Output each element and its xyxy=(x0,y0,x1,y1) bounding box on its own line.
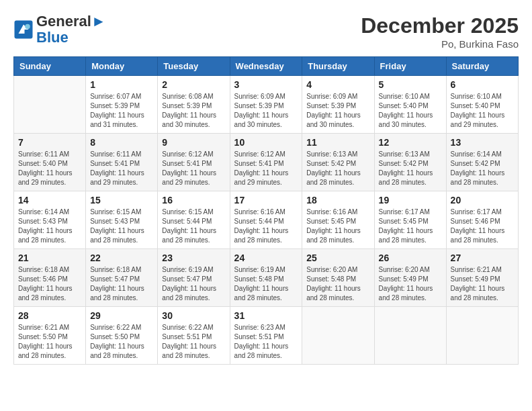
day-number: 17 xyxy=(234,195,298,205)
calendar-week-row: 28Sunrise: 6:21 AMSunset: 5:50 PMDayligh… xyxy=(14,307,519,365)
calendar-cell: 23Sunrise: 6:19 AMSunset: 5:47 PMDayligh… xyxy=(158,249,230,307)
calendar-week-row: 1Sunrise: 6:07 AMSunset: 5:39 PMDaylight… xyxy=(14,76,519,134)
day-number: 26 xyxy=(379,253,442,263)
calendar-cell: 27Sunrise: 6:21 AMSunset: 5:49 PMDayligh… xyxy=(446,249,518,307)
day-number: 4 xyxy=(306,79,369,90)
day-number: 9 xyxy=(162,137,225,148)
calendar-week-row: 7Sunrise: 6:11 AMSunset: 5:40 PMDaylight… xyxy=(14,134,519,191)
cell-sun-info: Sunrise: 6:08 AMSunset: 5:39 PMDaylight:… xyxy=(162,92,225,130)
day-number: 12 xyxy=(379,137,442,148)
page-header: General► Blue December 2025 Po, Burkina … xyxy=(13,13,519,50)
cell-sun-info: Sunrise: 6:12 AMSunset: 5:41 PMDaylight:… xyxy=(234,150,298,187)
cell-sun-info: Sunrise: 6:09 AMSunset: 5:39 PMDaylight:… xyxy=(306,92,369,130)
calendar-cell: 1Sunrise: 6:07 AMSunset: 5:39 PMDaylight… xyxy=(86,76,158,134)
cell-sun-info: Sunrise: 6:16 AMSunset: 5:44 PMDaylight:… xyxy=(234,208,298,245)
weekday-header-saturday: Saturday xyxy=(446,57,518,76)
calendar-cell: 4Sunrise: 6:09 AMSunset: 5:39 PMDaylight… xyxy=(302,76,374,134)
calendar-cell: 5Sunrise: 6:10 AMSunset: 5:40 PMDaylight… xyxy=(374,76,446,134)
cell-sun-info: Sunrise: 6:15 AMSunset: 5:43 PMDaylight:… xyxy=(90,208,153,245)
calendar-cell xyxy=(446,307,518,365)
day-number: 20 xyxy=(451,195,514,205)
day-number: 14 xyxy=(18,195,81,205)
day-number: 2 xyxy=(162,79,225,90)
cell-sun-info: Sunrise: 6:11 AMSunset: 5:40 PMDaylight:… xyxy=(18,150,81,187)
day-number: 19 xyxy=(379,195,442,205)
day-number: 8 xyxy=(90,137,153,148)
logo-text: General► Blue xyxy=(36,13,106,46)
cell-sun-info: Sunrise: 6:14 AMSunset: 5:42 PMDaylight:… xyxy=(451,150,514,187)
day-number: 21 xyxy=(18,253,81,263)
calendar-week-row: 21Sunrise: 6:18 AMSunset: 5:46 PMDayligh… xyxy=(14,249,519,307)
calendar-cell: 13Sunrise: 6:14 AMSunset: 5:42 PMDayligh… xyxy=(446,134,518,191)
calendar-cell: 10Sunrise: 6:12 AMSunset: 5:41 PMDayligh… xyxy=(230,134,302,191)
cell-sun-info: Sunrise: 6:19 AMSunset: 5:47 PMDaylight:… xyxy=(162,265,225,303)
calendar-table: SundayMondayTuesdayWednesdayThursdayFrid… xyxy=(13,56,519,365)
weekday-header-sunday: Sunday xyxy=(14,57,86,76)
weekday-header-monday: Monday xyxy=(86,57,158,76)
calendar-cell: 11Sunrise: 6:13 AMSunset: 5:42 PMDayligh… xyxy=(302,134,374,191)
day-number: 27 xyxy=(451,253,514,263)
calendar-cell: 22Sunrise: 6:18 AMSunset: 5:47 PMDayligh… xyxy=(86,249,158,307)
cell-sun-info: Sunrise: 6:13 AMSunset: 5:42 PMDaylight:… xyxy=(379,150,442,187)
calendar-cell: 25Sunrise: 6:20 AMSunset: 5:48 PMDayligh… xyxy=(302,249,374,307)
cell-sun-info: Sunrise: 6:13 AMSunset: 5:42 PMDaylight:… xyxy=(306,150,369,187)
day-number: 6 xyxy=(451,79,514,90)
day-number: 28 xyxy=(18,310,81,321)
cell-sun-info: Sunrise: 6:07 AMSunset: 5:39 PMDaylight:… xyxy=(90,92,153,130)
cell-sun-info: Sunrise: 6:19 AMSunset: 5:48 PMDaylight:… xyxy=(234,265,298,303)
weekday-header-row: SundayMondayTuesdayWednesdayThursdayFrid… xyxy=(14,57,519,76)
day-number: 31 xyxy=(234,310,298,321)
calendar-cell xyxy=(302,307,374,365)
cell-sun-info: Sunrise: 6:10 AMSunset: 5:40 PMDaylight:… xyxy=(379,92,442,130)
calendar-cell: 14Sunrise: 6:14 AMSunset: 5:43 PMDayligh… xyxy=(14,191,86,249)
day-number: 13 xyxy=(451,137,514,148)
cell-sun-info: Sunrise: 6:23 AMSunset: 5:51 PMDaylight:… xyxy=(234,323,298,361)
day-number: 30 xyxy=(162,310,225,321)
day-number: 10 xyxy=(234,137,298,148)
cell-sun-info: Sunrise: 6:12 AMSunset: 5:41 PMDaylight:… xyxy=(162,150,225,187)
cell-sun-info: Sunrise: 6:16 AMSunset: 5:45 PMDaylight:… xyxy=(306,208,369,245)
cell-sun-info: Sunrise: 6:22 AMSunset: 5:51 PMDaylight:… xyxy=(162,323,225,361)
day-number: 15 xyxy=(90,195,153,205)
calendar-cell: 30Sunrise: 6:22 AMSunset: 5:51 PMDayligh… xyxy=(158,307,230,365)
calendar-cell: 20Sunrise: 6:17 AMSunset: 5:46 PMDayligh… xyxy=(446,191,518,249)
calendar-cell: 21Sunrise: 6:18 AMSunset: 5:46 PMDayligh… xyxy=(14,249,86,307)
day-number: 22 xyxy=(90,253,153,263)
day-number: 24 xyxy=(234,253,298,263)
calendar-cell: 2Sunrise: 6:08 AMSunset: 5:39 PMDaylight… xyxy=(158,76,230,134)
day-number: 5 xyxy=(379,79,442,90)
weekday-header-tuesday: Tuesday xyxy=(158,57,230,76)
day-number: 7 xyxy=(18,137,81,148)
month-title: December 2025 xyxy=(361,13,519,38)
calendar-cell: 12Sunrise: 6:13 AMSunset: 5:42 PMDayligh… xyxy=(374,134,446,191)
calendar-cell xyxy=(374,307,446,365)
cell-sun-info: Sunrise: 6:15 AMSunset: 5:44 PMDaylight:… xyxy=(162,208,225,245)
calendar-cell: 17Sunrise: 6:16 AMSunset: 5:44 PMDayligh… xyxy=(230,191,302,249)
calendar-cell: 8Sunrise: 6:11 AMSunset: 5:41 PMDaylight… xyxy=(86,134,158,191)
weekday-header-friday: Friday xyxy=(374,57,446,76)
day-number: 3 xyxy=(234,79,298,90)
day-number: 18 xyxy=(306,195,369,205)
calendar-cell: 9Sunrise: 6:12 AMSunset: 5:41 PMDaylight… xyxy=(158,134,230,191)
calendar-cell: 3Sunrise: 6:09 AMSunset: 5:39 PMDaylight… xyxy=(230,76,302,134)
calendar-cell: 16Sunrise: 6:15 AMSunset: 5:44 PMDayligh… xyxy=(158,191,230,249)
cell-sun-info: Sunrise: 6:17 AMSunset: 5:46 PMDaylight:… xyxy=(451,208,514,245)
weekday-header-wednesday: Wednesday xyxy=(230,57,302,76)
day-number: 29 xyxy=(90,310,153,321)
cell-sun-info: Sunrise: 6:18 AMSunset: 5:46 PMDaylight:… xyxy=(18,265,81,303)
cell-sun-info: Sunrise: 6:21 AMSunset: 5:50 PMDaylight:… xyxy=(18,323,81,361)
calendar-cell xyxy=(14,76,86,134)
cell-sun-info: Sunrise: 6:20 AMSunset: 5:49 PMDaylight:… xyxy=(379,265,442,303)
calendar-cell: 15Sunrise: 6:15 AMSunset: 5:43 PMDayligh… xyxy=(86,191,158,249)
calendar-cell: 26Sunrise: 6:20 AMSunset: 5:49 PMDayligh… xyxy=(374,249,446,307)
cell-sun-info: Sunrise: 6:18 AMSunset: 5:47 PMDaylight:… xyxy=(90,265,153,303)
day-number: 23 xyxy=(162,253,225,263)
svg-point-2 xyxy=(25,24,30,30)
location: Po, Burkina Faso xyxy=(361,38,519,50)
cell-sun-info: Sunrise: 6:14 AMSunset: 5:43 PMDaylight:… xyxy=(18,208,81,245)
title-block: December 2025 Po, Burkina Faso xyxy=(361,13,519,50)
cell-sun-info: Sunrise: 6:09 AMSunset: 5:39 PMDaylight:… xyxy=(234,92,298,130)
calendar-cell: 31Sunrise: 6:23 AMSunset: 5:51 PMDayligh… xyxy=(230,307,302,365)
calendar-cell: 18Sunrise: 6:16 AMSunset: 5:45 PMDayligh… xyxy=(302,191,374,249)
logo: General► Blue xyxy=(13,13,106,46)
